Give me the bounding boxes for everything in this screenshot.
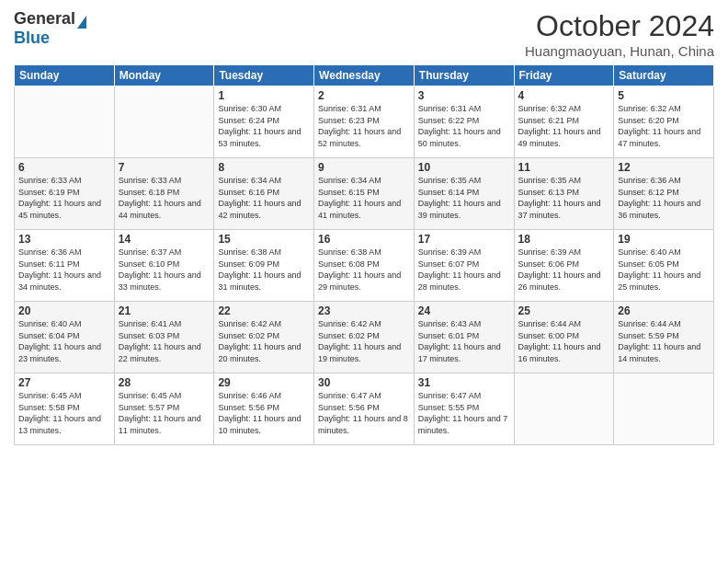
table-row: [514, 373, 614, 445]
page: General Blue October 2024 Huangmaoyuan, …: [0, 0, 728, 563]
calendar-week-row: 1Sunrise: 6:30 AMSunset: 6:24 PMDaylight…: [15, 86, 714, 158]
day-number: 5: [618, 89, 710, 102]
table-row: 15Sunrise: 6:38 AMSunset: 6:09 PMDayligh…: [214, 230, 314, 302]
day-number: 10: [418, 161, 510, 174]
table-row: 1Sunrise: 6:30 AMSunset: 6:24 PMDaylight…: [214, 86, 314, 158]
day-number: 1: [218, 89, 310, 102]
day-number: 25: [518, 304, 610, 317]
day-number: 13: [18, 233, 110, 246]
day-info: Sunrise: 6:45 AMSunset: 5:57 PMDaylight:…: [119, 390, 210, 436]
table-row: 26Sunrise: 6:44 AMSunset: 5:59 PMDayligh…: [614, 302, 714, 373]
day-info: Sunrise: 6:40 AMSunset: 6:05 PMDaylight:…: [618, 247, 710, 293]
table-row: [15, 86, 115, 158]
table-row: 31Sunrise: 6:47 AMSunset: 5:55 PMDayligh…: [414, 373, 514, 445]
day-info: Sunrise: 6:33 AMSunset: 6:19 PMDaylight:…: [18, 175, 110, 221]
day-number: 11: [518, 161, 610, 174]
day-info: Sunrise: 6:32 AMSunset: 6:20 PMDaylight:…: [618, 103, 710, 149]
table-row: 17Sunrise: 6:39 AMSunset: 6:07 PMDayligh…: [414, 230, 514, 302]
table-row: 27Sunrise: 6:45 AMSunset: 5:58 PMDayligh…: [15, 373, 115, 445]
table-row: 5Sunrise: 6:32 AMSunset: 6:20 PMDaylight…: [614, 86, 714, 158]
day-info: Sunrise: 6:47 AMSunset: 5:55 PMDaylight:…: [418, 390, 510, 436]
logo: General Blue: [14, 9, 86, 48]
table-row: 12Sunrise: 6:36 AMSunset: 6:12 PMDayligh…: [614, 158, 714, 230]
day-info: Sunrise: 6:30 AMSunset: 6:24 PMDaylight:…: [218, 103, 310, 149]
location-title: Huangmaoyuan, Hunan, China: [525, 43, 714, 59]
day-number: 16: [318, 233, 410, 246]
day-info: Sunrise: 6:43 AMSunset: 6:01 PMDaylight:…: [418, 318, 510, 364]
day-number: 27: [18, 376, 110, 389]
table-row: 20Sunrise: 6:40 AMSunset: 6:04 PMDayligh…: [15, 302, 115, 373]
day-number: 22: [218, 304, 310, 317]
table-row: 7Sunrise: 6:33 AMSunset: 6:18 PMDaylight…: [114, 158, 214, 230]
day-number: 3: [418, 89, 510, 102]
day-info: Sunrise: 6:38 AMSunset: 6:09 PMDaylight:…: [218, 247, 310, 293]
month-title: October 2024: [525, 9, 714, 43]
calendar-week-row: 6Sunrise: 6:33 AMSunset: 6:19 PMDaylight…: [15, 158, 714, 230]
table-row: 8Sunrise: 6:34 AMSunset: 6:16 PMDaylight…: [214, 158, 314, 230]
table-row: 16Sunrise: 6:38 AMSunset: 6:08 PMDayligh…: [314, 230, 415, 302]
col-saturday: Saturday: [614, 65, 714, 86]
day-info: Sunrise: 6:46 AMSunset: 5:56 PMDaylight:…: [218, 390, 310, 436]
day-number: 26: [618, 304, 710, 317]
table-row: [114, 86, 214, 158]
day-number: 8: [218, 161, 310, 174]
day-number: 19: [618, 233, 710, 246]
day-info: Sunrise: 6:44 AMSunset: 5:59 PMDaylight:…: [618, 318, 710, 364]
table-row: 21Sunrise: 6:41 AMSunset: 6:03 PMDayligh…: [114, 302, 214, 373]
title-section: October 2024 Huangmaoyuan, Hunan, China: [525, 9, 714, 59]
day-info: Sunrise: 6:39 AMSunset: 6:07 PMDaylight:…: [418, 247, 510, 293]
calendar-table: Sunday Monday Tuesday Wednesday Thursday…: [14, 64, 714, 445]
day-info: Sunrise: 6:37 AMSunset: 6:10 PMDaylight:…: [119, 247, 210, 293]
day-number: 12: [618, 161, 710, 174]
day-number: 4: [518, 89, 610, 102]
day-number: 28: [119, 376, 210, 389]
day-number: 18: [518, 233, 610, 246]
table-row: 24Sunrise: 6:43 AMSunset: 6:01 PMDayligh…: [414, 302, 514, 373]
day-number: 6: [18, 161, 110, 174]
calendar-week-row: 13Sunrise: 6:36 AMSunset: 6:11 PMDayligh…: [15, 230, 714, 302]
table-row: 3Sunrise: 6:31 AMSunset: 6:22 PMDaylight…: [414, 86, 514, 158]
table-row: 10Sunrise: 6:35 AMSunset: 6:14 PMDayligh…: [414, 158, 514, 230]
day-info: Sunrise: 6:42 AMSunset: 6:02 PMDaylight:…: [218, 318, 310, 364]
day-info: Sunrise: 6:41 AMSunset: 6:03 PMDaylight:…: [119, 318, 210, 364]
day-number: 21: [119, 304, 210, 317]
day-info: Sunrise: 6:36 AMSunset: 6:12 PMDaylight:…: [618, 175, 710, 221]
day-number: 7: [119, 161, 210, 174]
table-row: [614, 373, 714, 445]
table-row: 6Sunrise: 6:33 AMSunset: 6:19 PMDaylight…: [15, 158, 115, 230]
day-info: Sunrise: 6:33 AMSunset: 6:18 PMDaylight:…: [119, 175, 210, 221]
col-friday: Friday: [514, 65, 614, 86]
col-tuesday: Tuesday: [214, 65, 314, 86]
col-monday: Monday: [114, 65, 214, 86]
table-row: 25Sunrise: 6:44 AMSunset: 6:00 PMDayligh…: [514, 302, 614, 373]
day-info: Sunrise: 6:38 AMSunset: 6:08 PMDaylight:…: [318, 247, 410, 293]
col-sunday: Sunday: [15, 65, 115, 86]
col-wednesday: Wednesday: [314, 65, 415, 86]
day-number: 29: [218, 376, 310, 389]
table-row: 2Sunrise: 6:31 AMSunset: 6:23 PMDaylight…: [314, 86, 415, 158]
calendar-week-row: 20Sunrise: 6:40 AMSunset: 6:04 PMDayligh…: [15, 302, 714, 373]
table-row: 11Sunrise: 6:35 AMSunset: 6:13 PMDayligh…: [514, 158, 614, 230]
day-number: 30: [318, 376, 410, 389]
day-number: 14: [119, 233, 210, 246]
day-info: Sunrise: 6:44 AMSunset: 6:00 PMDaylight:…: [518, 318, 610, 364]
day-info: Sunrise: 6:45 AMSunset: 5:58 PMDaylight:…: [18, 390, 110, 436]
day-number: 31: [418, 376, 510, 389]
day-info: Sunrise: 6:36 AMSunset: 6:11 PMDaylight:…: [18, 247, 110, 293]
day-number: 15: [218, 233, 310, 246]
day-number: 9: [318, 161, 410, 174]
table-row: 30Sunrise: 6:47 AMSunset: 5:56 PMDayligh…: [314, 373, 415, 445]
col-thursday: Thursday: [414, 65, 514, 86]
day-number: 24: [418, 304, 510, 317]
day-info: Sunrise: 6:42 AMSunset: 6:02 PMDaylight:…: [318, 318, 410, 364]
logo-general: General: [14, 9, 75, 29]
table-row: 28Sunrise: 6:45 AMSunset: 5:57 PMDayligh…: [114, 373, 214, 445]
day-number: 20: [18, 304, 110, 317]
day-info: Sunrise: 6:34 AMSunset: 6:16 PMDaylight:…: [218, 175, 310, 221]
day-info: Sunrise: 6:35 AMSunset: 6:14 PMDaylight:…: [418, 175, 510, 221]
table-row: 14Sunrise: 6:37 AMSunset: 6:10 PMDayligh…: [114, 230, 214, 302]
day-info: Sunrise: 6:31 AMSunset: 6:23 PMDaylight:…: [318, 103, 410, 149]
table-row: 22Sunrise: 6:42 AMSunset: 6:02 PMDayligh…: [214, 302, 314, 373]
day-info: Sunrise: 6:47 AMSunset: 5:56 PMDaylight:…: [318, 390, 410, 436]
table-row: 9Sunrise: 6:34 AMSunset: 6:15 PMDaylight…: [314, 158, 415, 230]
